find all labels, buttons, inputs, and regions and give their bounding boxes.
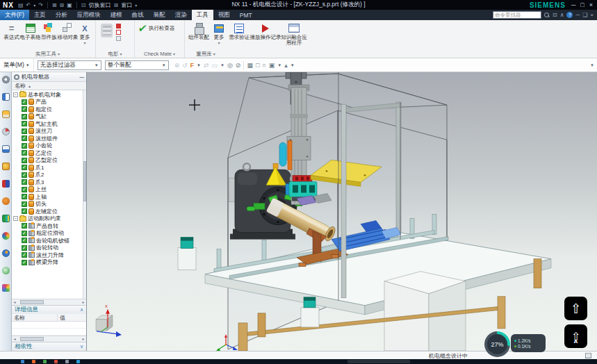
chevron-down-icon[interactable]: ▼ bbox=[197, 63, 201, 67]
internet-explorer-icon[interactable] bbox=[2, 249, 10, 257]
taskbar-active-app[interactable] bbox=[347, 360, 410, 363]
table-icon[interactable]: ▣ bbox=[269, 62, 275, 69]
taskbar-app-icon[interactable] bbox=[21, 360, 24, 363]
tab-home[interactable]: 主页 bbox=[29, 10, 51, 20]
tab-curve[interactable]: 曲线 bbox=[127, 10, 149, 20]
history-icon[interactable] bbox=[2, 180, 10, 188]
window-menu-button[interactable]: 窗口 bbox=[121, 1, 132, 9]
details-name-column[interactable]: 名称 bbox=[12, 314, 58, 321]
command-finder-input[interactable] bbox=[493, 11, 541, 19]
run-checkmate-button[interactable]: ✔ 执行检查器 bbox=[137, 22, 179, 34]
utilities-more-button[interactable]: X 更多 ▾ bbox=[77, 22, 92, 45]
undo-dropdown-icon[interactable]: ▾ bbox=[33, 3, 35, 8]
reset-filter-icon[interactable]: ↺ bbox=[182, 62, 188, 69]
chevron-up-icon[interactable]: ∧ bbox=[80, 307, 83, 313]
movie-record-button[interactable] bbox=[98, 22, 115, 39]
name-column-header[interactable]: 名称 bbox=[15, 82, 26, 90]
cyan-cylinder[interactable] bbox=[279, 142, 286, 166]
details-value-column[interactable]: 值 bbox=[58, 314, 86, 321]
switch-window-icon[interactable]: ⊡ bbox=[81, 2, 86, 8]
knowledge-fusion-button[interactable]: 知识融合应用程序 bbox=[280, 22, 308, 46]
frame-post-front[interactable] bbox=[341, 104, 346, 298]
spreadsheet-button[interactable]: 电子表格 bbox=[21, 22, 40, 40]
constraint-navigator-icon[interactable] bbox=[2, 110, 10, 118]
group-dropdown-icon[interactable]: ▾ bbox=[173, 51, 175, 56]
chevron-down-icon[interactable]: ▼ bbox=[277, 63, 281, 67]
selection-scope-combo[interactable]: 整个装配▼ bbox=[105, 60, 169, 70]
qat-customize-icon[interactable]: ▾ bbox=[135, 3, 137, 8]
sensor-stand-left[interactable] bbox=[178, 238, 196, 270]
record-icon[interactable] bbox=[116, 24, 121, 28]
tab-pmt[interactable]: PMT bbox=[235, 10, 257, 20]
tree-item-rigid-body[interactable]: 产品 bbox=[13, 99, 86, 106]
tree-item-rigid-body[interactable]: 乙定位 bbox=[13, 149, 86, 157]
cut-icon[interactable]: ⊠ bbox=[52, 2, 57, 8]
minimize-button[interactable]: ─ bbox=[571, 1, 575, 8]
window-icon[interactable]: ⊞ bbox=[114, 2, 119, 8]
box-select-icon[interactable]: □ bbox=[256, 62, 259, 69]
expressions-button[interactable]: = 表达式 bbox=[2, 22, 21, 40]
group-dropdown-icon[interactable]: ▾ bbox=[120, 51, 122, 56]
move-object-button[interactable]: 移动对象 bbox=[58, 22, 77, 40]
tree-item-rigid-body[interactable]: 粗定位 bbox=[13, 106, 86, 113]
group-dialog-launcher-icon[interactable]: ▾ bbox=[58, 51, 60, 56]
taskbar-app-icon[interactable] bbox=[54, 360, 58, 363]
checkbox-checked-icon[interactable] bbox=[22, 179, 27, 185]
tab-view[interactable]: 视图 bbox=[213, 10, 235, 20]
checkbox-checked-icon[interactable] bbox=[22, 114, 27, 119]
checkbox-checked-icon[interactable] bbox=[22, 201, 27, 207]
selection-filter-combo[interactable]: 无选择过滤器▼ bbox=[38, 60, 101, 70]
reuse-library-icon[interactable] bbox=[2, 145, 10, 153]
chevron-down-icon[interactable]: ▼ bbox=[220, 63, 224, 67]
status-grid-icon[interactable] bbox=[585, 353, 591, 358]
assemble-button[interactable]: 组件装配 bbox=[187, 22, 211, 40]
undo-icon[interactable]: ↶ bbox=[26, 2, 31, 8]
web-browser-icon[interactable] bbox=[2, 232, 10, 240]
chevron-down-icon[interactable]: ∨ bbox=[80, 344, 83, 349]
taskbar-app-icon[interactable] bbox=[32, 360, 35, 363]
tab-render[interactable]: 渲染 bbox=[170, 10, 192, 20]
checkbox-checked-icon[interactable] bbox=[22, 129, 27, 134]
checkbox-checked-icon[interactable] bbox=[22, 208, 27, 214]
switch-window-button[interactable]: 切换窗口 bbox=[89, 1, 111, 9]
details-horizontal-scrollbar[interactable]: ◂ ▸ bbox=[12, 336, 86, 342]
tree-item-rigid-body[interactable]: 爪2 bbox=[13, 172, 86, 179]
snap-point-icon[interactable]: ⊕ bbox=[174, 62, 180, 69]
orange-rod[interactable] bbox=[288, 140, 292, 169]
tree-item-joint[interactable]: 横梁升降 bbox=[13, 259, 86, 267]
checkbox-checked-icon[interactable] bbox=[22, 143, 27, 149]
checkbox-checked-icon[interactable] bbox=[22, 165, 27, 170]
tree-item-rigid-body[interactable]: 上丝 bbox=[13, 186, 86, 194]
menu-button[interactable]: 菜单(M)▼ bbox=[0, 58, 34, 72]
requirements-validation-button[interactable]: 需求验证 bbox=[227, 22, 251, 40]
scroll-right-icon[interactable]: ▸ bbox=[81, 299, 86, 305]
tree-item-joint[interactable]: 齿轮转动 bbox=[13, 245, 86, 252]
taskbar-app-icon[interactable] bbox=[76, 360, 80, 363]
scroll-right-icon[interactable]: ▸ bbox=[81, 336, 86, 342]
tree-item-joint[interactable]: 粗定位滑动 bbox=[13, 230, 86, 238]
checkbox-checked-icon[interactable] bbox=[22, 238, 27, 243]
no-selection-icon[interactable]: ⊘ bbox=[236, 62, 241, 69]
tree-item-rigid-body[interactable]: 气缸主机 bbox=[13, 120, 86, 128]
doc-close-button[interactable]: × bbox=[590, 12, 594, 18]
tree-vertical-scrollbar[interactable] bbox=[83, 90, 86, 299]
tree-item-rigid-body[interactable]: 左辅定位 bbox=[13, 208, 86, 215]
maximize-button[interactable]: □ bbox=[580, 1, 584, 8]
part-families-button[interactable]: 部件族 bbox=[40, 22, 58, 40]
redo-icon[interactable]: ↷ bbox=[38, 2, 43, 8]
tab-assembly[interactable]: 装配 bbox=[149, 10, 170, 20]
save-icon[interactable]: ▤ bbox=[18, 2, 24, 8]
checkbox-checked-icon[interactable] bbox=[22, 158, 27, 163]
checkbox-checked-icon[interactable] bbox=[22, 252, 27, 258]
doc-restore-button[interactable]: ❏ bbox=[582, 12, 587, 18]
search-icon[interactable] bbox=[544, 13, 550, 18]
tree-item-rigid-body[interactable]: 小齿轮 bbox=[13, 142, 86, 150]
scroll-left-icon[interactable]: ◂ bbox=[12, 336, 17, 342]
tree-item-joint[interactable]: 滚丝刀升降 bbox=[13, 251, 86, 259]
face-rule-icon[interactable]: F bbox=[190, 62, 194, 69]
paste-icon[interactable]: ▣ bbox=[67, 2, 72, 8]
tree-item-rigid-body[interactable]: 上轴 bbox=[13, 193, 86, 201]
collapse-icon[interactable]: − bbox=[13, 92, 18, 97]
sort-ascending-icon[interactable]: ▲ bbox=[28, 84, 31, 88]
pause-icon[interactable] bbox=[116, 36, 121, 41]
